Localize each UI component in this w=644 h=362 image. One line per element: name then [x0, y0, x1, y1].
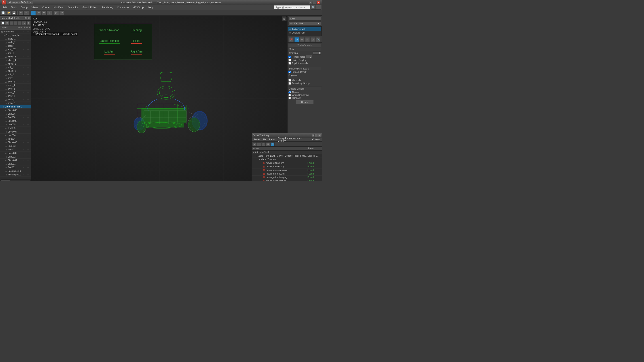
materials-checkbox[interactable] — [288, 79, 291, 81]
at-menu-file[interactable]: File — [262, 138, 267, 141]
asset-row-maps[interactable]: ▸ Maps / Shaders — [252, 158, 322, 161]
menu-create[interactable]: Create — [40, 5, 51, 9]
at-menu-options[interactable]: Options — [312, 138, 321, 141]
layer-item-wheel1[interactable]: △ wheel_1 ··· ··· — [0, 62, 31, 66]
undo-button[interactable]: ↩ — [18, 10, 24, 15]
search-options[interactable]: ≡ — [316, 5, 321, 9]
motion-icon-button[interactable]: ▷ — [305, 37, 310, 42]
layer-item-body[interactable]: △ body ··· ··· — [0, 76, 31, 80]
menu-rendering[interactable]: Rendering — [100, 5, 115, 9]
layer-item-line005[interactable]: ◇ Line005 ··· ··· — [0, 123, 31, 126]
utilities-icon-button[interactable]: 🔧 — [316, 37, 320, 42]
layer-item-circle002[interactable]: ◇ Circle002 ··· ··· — [0, 151, 31, 155]
layer-item-text005[interactable]: ◇ Text005 ··· ··· — [0, 126, 31, 130]
layer-item-line003[interactable]: ◇ Line003 ··· ··· — [0, 144, 31, 148]
object-name-field[interactable] — [288, 16, 321, 20]
open-file-button[interactable]: 📂 — [6, 10, 11, 15]
layer-panel-minimize[interactable]: ? — [24, 17, 27, 19]
asset-row-specular[interactable]: 🖼 mover_specular.png Found — [252, 179, 322, 181]
menu-edit[interactable]: Edit — [1, 5, 9, 9]
workspace-dropdown[interactable]: Workspace: Default ▼ — [7, 0, 33, 5]
layer-item-circle006[interactable]: ◇ Circle006 ··· ··· — [0, 109, 31, 112]
layer-item-arm1[interactable]: △ arm_1 ··· ··· — [0, 51, 31, 55]
render-button[interactable]: ▷ — [54, 10, 59, 15]
layer-item-pedal1[interactable]: △ pedal_1 ··· ··· — [0, 101, 31, 105]
menu-customize[interactable]: Customize — [116, 5, 130, 9]
viewport[interactable]: Total Polys: 379 062 Tris: 379 062 Edges… — [31, 16, 287, 181]
pin-icon-button[interactable]: 📌 — [289, 37, 294, 42]
asset-tracking-minimize[interactable]: ─ — [312, 134, 314, 137]
move-button[interactable]: ✛ — [36, 10, 41, 15]
layer-item-rect002[interactable]: ◇ Rectangle002 ··· ··· — [0, 169, 31, 173]
viewport-maximize-icon[interactable]: ⊞ — [282, 16, 286, 21]
layer-item-arm002[interactable]: △ arm_002 ··· ··· — [0, 48, 31, 51]
layer-item-line006[interactable]: ◇ Line006 ··· ··· — [0, 112, 31, 116]
search-input[interactable] — [274, 5, 310, 9]
menu-graph-editors[interactable]: Graph Editors — [81, 5, 100, 9]
manually-radio[interactable] — [288, 97, 291, 99]
layer-item-wheel4[interactable]: △ wheel_4 ··· ··· — [0, 58, 31, 62]
menu-tools[interactable]: Tools — [9, 5, 18, 9]
render-iters-checkbox[interactable] — [288, 56, 291, 58]
layer-item-line001[interactable]: ◇ Line001 ··· ··· — [0, 162, 31, 166]
layer-item-line002[interactable]: ◇ Line002 ··· ··· — [0, 155, 31, 159]
at-add-button[interactable]: + — [257, 142, 261, 146]
isoline-checkbox[interactable] — [288, 59, 291, 61]
layer-item-blade2[interactable]: △ blade_2 ··· ··· — [0, 41, 31, 44]
layer-item-controllers[interactable]: ▷ zero_Turn_mower_controllers ··· ··· — [0, 105, 31, 109]
at-refresh-button[interactable]: ↺ — [253, 142, 257, 146]
layer-list-scrollbar[interactable] — [0, 179, 31, 181]
menu-maxscript[interactable]: MAXScript — [131, 5, 146, 9]
modifier-list-dropdown[interactable]: Modifier List ▼ — [288, 21, 321, 25]
update-button[interactable]: Update — [296, 100, 314, 104]
layer-item-wheel2[interactable]: △ wheel_2 ··· ··· — [0, 69, 31, 73]
layer-item-lever4[interactable]: △ lever_4 ··· ··· — [0, 84, 31, 87]
layer-item-lever5[interactable]: △ lever_5 ··· ··· — [0, 91, 31, 94]
explicit-normals-checkbox[interactable] — [288, 62, 291, 64]
layer-item-fork2[interactable]: △ fork_2 ··· ··· — [0, 73, 31, 76]
smoothing-groups-checkbox[interactable] — [288, 82, 291, 85]
layer-item-lever2[interactable]: △ lever_2 ··· ··· — [0, 94, 31, 98]
layer-item-circle004[interactable]: ◇ Circle004 ··· ··· — [0, 130, 31, 134]
asset-row-vault[interactable]: ▸ Autodesk Vault — [252, 151, 322, 154]
menu-group[interactable]: Group — [19, 5, 30, 9]
render-setup-button[interactable]: ⚙ — [59, 10, 64, 15]
layer-panel-close[interactable]: ✕ — [28, 17, 30, 19]
hierarchy-icon-button[interactable]: ⊞ — [300, 37, 304, 42]
asset-tracking-maximize[interactable]: □ — [315, 134, 318, 137]
display-icon-button[interactable]: ◻ — [310, 37, 315, 42]
modifier-turbosmooth[interactable]: ◉ TurboSmooth — [288, 27, 321, 31]
at-list-view-button[interactable]: ≡ — [266, 142, 270, 146]
layer-item-text003[interactable]: ◇ Text003 ··· ··· — [0, 148, 31, 151]
layer-add-button[interactable]: + — [10, 21, 13, 25]
menu-animation[interactable]: Animation — [66, 5, 80, 9]
asset-row-refraction[interactable]: 🖼 mover_refraction.png Found — [252, 176, 322, 179]
layer-item-pedal2[interactable]: △ pedal_2 ··· ··· — [0, 98, 31, 101]
layer-item-lever1[interactable]: △ lever_1 ··· ··· — [0, 80, 31, 84]
new-file-button[interactable]: 📄 — [1, 10, 6, 15]
layer-item-circle003[interactable]: ◇ Circle003 ··· ··· — [0, 141, 31, 144]
layer-item-circle005[interactable]: ◇ Circle005 ··· ··· — [0, 119, 31, 123]
layer-item-basket[interactable]: △ basket ··· ··· — [0, 44, 31, 48]
search-button[interactable]: 🔍 — [311, 5, 316, 9]
layer-item-rect001[interactable]: ◇ Rectangle001 ··· ··· — [0, 173, 31, 177]
modifier-icon-button[interactable]: ⊡ — [294, 37, 299, 42]
layer-settings-button[interactable]: ⚙ — [26, 21, 30, 25]
render-iters-input[interactable] — [306, 55, 312, 58]
layer-item-circle001[interactable]: ◇ Circle001 ··· ··· — [0, 159, 31, 162]
layer-item-blade1[interactable]: △ blade_1 ··· ··· — [0, 37, 31, 41]
smooth-result-checkbox[interactable] — [288, 71, 291, 73]
at-menu-bitmap[interactable]: Bitmap Performance and Memory — [276, 137, 310, 142]
asset-row-normal[interactable]: 🖼 mover_normal.png Found — [252, 172, 322, 176]
asset-row-diffuse[interactable]: 🖼 mover_diffuse.png Found — [252, 161, 322, 165]
asset-tracking-close[interactable]: ✕ — [318, 134, 321, 137]
at-menu-paths[interactable]: Paths — [268, 138, 276, 141]
layer-item-text001[interactable]: ◇ Text001 ··· ··· — [0, 166, 31, 169]
layer-item-default[interactable]: ▣ 0 (default) ··· ··· — [0, 30, 31, 33]
at-detail-view-button[interactable]: ⊞ — [270, 142, 274, 146]
layer-item-wheel3[interactable]: △ wheel_3 ··· ··· — [0, 55, 31, 58]
viewport-label[interactable]: [+][Perspective][Shaded + Edged Faces] — [31, 32, 78, 36]
layer-item-text006[interactable]: ◇ Text006 ··· ··· — [0, 116, 31, 119]
layer-item-lever3[interactable]: △ lever_3 ··· ··· — [0, 87, 31, 91]
layer-item-fork1[interactable]: △ fork_1 ··· ··· — [0, 66, 31, 69]
